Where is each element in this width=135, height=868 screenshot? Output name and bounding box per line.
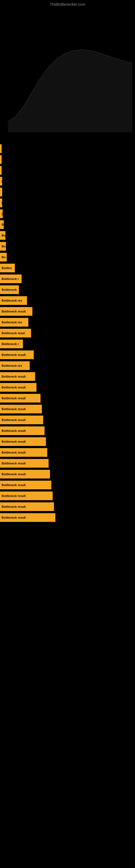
result-bar: Bottleneck result <box>0 426 45 435</box>
result-row <box>0 187 135 197</box>
result-bar: Bottleneck result <box>0 307 32 316</box>
result-bar <box>0 144 2 153</box>
result-row: B <box>0 219 135 230</box>
result-bar: B <box>0 220 4 229</box>
chart-area <box>0 8 135 143</box>
result-bar: Bottleneck result <box>0 372 35 381</box>
result-bar: Bottleneck result <box>0 405 42 413</box>
result-row: Bottleneck result <box>0 479 135 490</box>
result-row: Bottleneck res <box>0 295 135 306</box>
result-bar <box>0 155 2 164</box>
result-row: Bottlen <box>0 262 135 273</box>
result-bar: Bo <box>0 242 6 251</box>
result-bar: Bottleneck result <box>0 394 41 403</box>
result-row: Bottleneck result <box>0 447 135 458</box>
result-row <box>0 143 135 154</box>
result-row <box>0 165 135 176</box>
result-row: Bottleneck result <box>0 393 135 404</box>
result-row: Bo <box>0 241 135 252</box>
result-bar: Bottleneck result <box>0 350 34 359</box>
result-row: | <box>0 197 135 208</box>
result-row: Bottleneck result <box>0 490 135 501</box>
result-row: Bottleneck res <box>0 360 135 371</box>
result-bar: Bottleneck result <box>0 513 55 522</box>
result-bar: Bottleneck result <box>0 459 49 468</box>
result-bar: | <box>0 209 3 218</box>
result-row: Bottleneck res <box>0 317 135 328</box>
result-bar: Bo <box>0 231 5 240</box>
result-bar: Bottleneck result <box>0 448 47 457</box>
result-row: Bottleneck result <box>0 306 135 317</box>
result-row: Bo <box>0 252 135 262</box>
result-row: Bottleneck resul <box>0 328 135 339</box>
result-bar: Bottleneck res <box>0 361 30 370</box>
result-row: Bottleneck <box>0 284 135 295</box>
result-bar: Bottleneck result <box>0 492 53 500</box>
result-bar: Bottleneck result <box>0 415 43 424</box>
result-row: Bottleneck result <box>0 436 135 447</box>
result-row: Bottleneck result <box>0 512 135 523</box>
results-container: |||BBoBoBoBottlenBottleneck rBottleneckB… <box>0 143 135 523</box>
result-row: Bottleneck result <box>0 458 135 469</box>
result-row: Bo <box>0 230 135 241</box>
result-bar: Bottleneck resul <box>0 329 31 337</box>
result-bar: Bottleneck result <box>0 502 54 511</box>
result-row: Bottleneck result <box>0 404 135 414</box>
result-row: | <box>0 208 135 219</box>
result-bar: Bottleneck r <box>0 275 21 283</box>
result-bar: | <box>0 177 2 186</box>
result-bar: Bottleneck res <box>0 296 27 305</box>
result-bar: Bo <box>0 253 7 261</box>
result-row: Bottleneck r <box>0 273 135 284</box>
site-title: TheBottlenecker.com <box>0 0 135 8</box>
result-row: Bottleneck result <box>0 414 135 425</box>
result-row: Bottleneck result <box>0 349 135 360</box>
result-bar: | <box>0 198 2 207</box>
result-row: Bottleneck result <box>0 469 135 479</box>
result-row: | <box>0 176 135 187</box>
result-bar: Bottleneck result <box>0 470 50 478</box>
result-bar: Bottlen <box>0 264 15 272</box>
result-row: Bottleneck r <box>0 339 135 349</box>
result-bar: Bottleneck res <box>0 318 28 327</box>
result-row: Bottleneck result <box>0 382 135 393</box>
result-row: Bottleneck result <box>0 425 135 436</box>
result-row <box>0 154 135 165</box>
result-row: Bottleneck result <box>0 371 135 382</box>
result-bar: Bottleneck <box>0 285 19 294</box>
result-bar <box>0 166 2 175</box>
result-bar: Bottleneck result <box>0 437 46 446</box>
result-row: Bottleneck result <box>0 501 135 512</box>
result-bar: Bottleneck r <box>0 340 23 348</box>
result-bar: Bottleneck result <box>0 480 51 489</box>
result-bar <box>0 188 2 196</box>
result-bar: Bottleneck result <box>0 383 37 392</box>
